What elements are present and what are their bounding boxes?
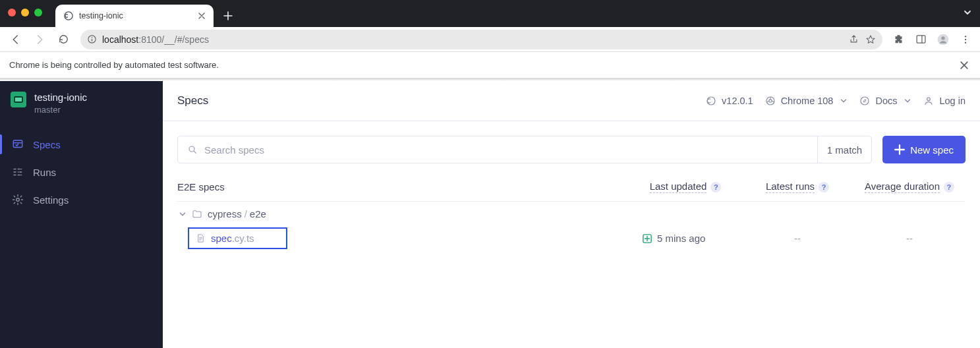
svg-point-17 [707,97,715,105]
automation-infobar: Chrome is being controlled by automated … [0,52,980,78]
specs-content: 1 match New spec E2E specs Last updated … [163,121,980,250]
chrome-icon [765,96,776,106]
plus-icon [894,144,905,155]
sidebar: testing-ionic master Specs Runs [0,81,163,348]
folder-segment: cypress [208,208,242,219]
url-host: localhost [102,34,138,45]
sidebar-item-label: Settings [33,194,69,206]
browser-tab-strip: testing-ionic [0,0,980,27]
svg-point-0 [65,12,72,20]
help-icon[interactable]: ? [819,182,829,192]
window-tabs-dropdown[interactable] [963,8,972,17]
match-count: 1 match [817,136,862,163]
chevron-down-icon [840,97,848,105]
svg-rect-3 [92,39,92,42]
svg-point-2 [92,37,93,38]
svg-point-16 [16,198,20,202]
login-button[interactable]: Log in [923,96,966,106]
automation-infobar-text: Chrome is being controlled by automated … [9,60,219,70]
svg-point-10 [965,42,966,43]
svg-point-19 [769,100,772,102]
spec-last-updated: 5 mins ago [629,233,741,244]
browser-toolbar: localhost:8100/__/#/specs [0,27,980,52]
main-panel: Specs v12.0.1 Chrome 108 [163,81,980,348]
window-controls [8,9,42,16]
bookmark-star-icon[interactable] [865,34,876,45]
svg-point-21 [927,98,931,101]
svg-point-20 [861,97,869,105]
profile-avatar-button[interactable] [934,30,952,49]
browser-label: Chrome 108 [781,96,834,106]
url-port: :8100 [138,34,161,45]
col-heading-specs: E2E specs [177,181,629,192]
help-icon[interactable]: ? [944,182,954,192]
spec-file-chip[interactable]: spec.cy.ts [188,227,287,249]
new-spec-label: New spec [910,144,954,156]
infobar-close-button[interactable] [958,59,971,72]
col-heading-latest-runs[interactable]: Latest runs ? [741,181,853,193]
project-name: testing-ionic [34,92,87,103]
svg-point-7 [941,36,944,40]
project-switcher[interactable]: testing-ionic master [0,88,163,127]
user-icon [923,96,934,106]
cypress-app: testing-ionic master Specs Runs [0,81,980,348]
browser-selector[interactable]: Chrome 108 [765,96,848,106]
reload-button[interactable] [53,29,74,50]
back-button[interactable] [5,29,26,50]
folder-segment: e2e [250,208,266,219]
side-panel-button[interactable] [911,30,930,49]
svg-point-22 [189,146,194,152]
folder-row[interactable]: cypress/e2e [177,202,966,226]
chrome-menu-button[interactable] [956,30,975,49]
chevron-down-icon [179,210,187,218]
address-bar[interactable]: localhost:8100/__/#/specs [80,30,882,49]
folder-icon [192,209,202,219]
sidebar-item-label: Runs [33,167,56,178]
url-path: /__/#/specs [161,34,209,45]
folder-path: cypress/e2e [208,208,266,219]
search-input[interactable] [204,144,811,156]
spec-row[interactable]: spec.cy.ts 5 mins ago -- -- [177,226,966,250]
url-text: localhost:8100/__/#/specs [102,34,844,45]
spec-extension: .cy.ts [232,233,254,244]
svg-point-9 [965,38,966,40]
last-updated-text: 5 mins ago [657,233,705,244]
compass-icon [859,96,870,106]
extensions-button[interactable] [889,30,908,49]
page-title: Specs [177,94,208,107]
docs-link[interactable]: Docs [859,96,911,106]
share-icon[interactable] [849,34,859,45]
spec-latest-runs: -- [741,233,853,244]
cypress-version[interactable]: v12.0.1 [706,96,753,106]
sidebar-item-label: Specs [33,139,61,150]
window-close-button[interactable] [8,9,16,16]
svg-point-8 [965,36,966,37]
col-label: Average duration [865,181,940,193]
new-tab-button[interactable] [219,7,237,25]
svg-rect-4 [917,36,925,43]
forward-button[interactable] [29,29,50,50]
search-box[interactable]: 1 match [177,136,872,163]
col-heading-avg-duration[interactable]: Average duration ? [853,181,966,193]
browser-tab-title: testing-ionic [79,11,191,20]
login-label: Log in [939,96,966,106]
sidebar-nav: Specs Runs Settings [0,130,163,214]
sidebar-item-specs[interactable]: Specs [0,130,163,158]
gear-icon [12,194,24,206]
version-text: v12.0.1 [722,96,753,106]
window-fullscreen-button[interactable] [34,9,42,16]
cypress-favicon-icon [63,11,74,21]
sidebar-item-runs[interactable]: Runs [0,158,163,186]
help-icon[interactable]: ? [710,182,721,192]
specs-icon [12,138,24,150]
tab-close-button[interactable] [196,11,207,21]
file-icon [196,233,206,243]
new-spec-button[interactable]: New spec [882,136,966,163]
window-minimize-button[interactable] [21,9,29,16]
sidebar-item-settings[interactable]: Settings [0,186,163,214]
site-info-icon[interactable] [87,34,97,44]
git-added-icon [643,234,652,243]
browser-tab[interactable]: testing-ionic [55,5,214,27]
col-label: Last updated [650,181,707,193]
col-heading-last-updated[interactable]: Last updated ? [629,181,741,193]
